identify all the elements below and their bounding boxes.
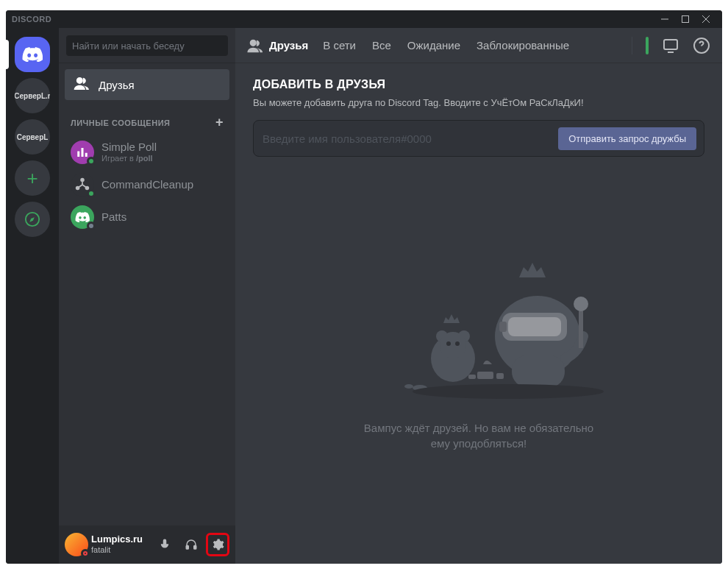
server-item-1[interactable]: СерверL.r: [15, 78, 50, 113]
friends-nav-item[interactable]: Друзья: [65, 69, 229, 100]
svg-rect-16: [508, 317, 561, 336]
friends-icon: [247, 38, 263, 54]
quick-switcher[interactable]: Найти или начать беседу: [66, 35, 228, 56]
discord-logo-icon: [75, 212, 90, 222]
svg-rect-4: [82, 148, 84, 157]
svg-rect-11: [664, 40, 677, 49]
brand-label: DISCORD: [12, 15, 51, 24]
tab-online[interactable]: В сети: [321, 38, 357, 53]
add-friend-input-row: Отправить запрос дружбы: [253, 120, 704, 157]
add-friend-subtitle: Вы можете добавить друга по Discord Tag.…: [253, 97, 704, 108]
svg-point-23: [440, 332, 466, 358]
svg-rect-0: [661, 19, 668, 20]
tab-blocked[interactable]: Заблокированные: [475, 38, 571, 53]
main-area: Друзья В сети Все Ожидание Заблокированн…: [235, 28, 722, 564]
guilds-bar: СерверL.r СерверL +: [6, 28, 59, 564]
header-title: Друзья: [247, 38, 308, 54]
add-friend-title: ДОБАВИТЬ В ДРУЗЬЯ: [253, 78, 704, 91]
svg-rect-5: [85, 153, 88, 157]
gear-icon: [211, 538, 224, 551]
new-group-dm-button[interactable]: [662, 37, 679, 54]
svg-rect-18: [579, 307, 583, 348]
user-name: Lumpics.ru: [91, 534, 150, 545]
mic-icon: [158, 538, 171, 551]
status-dnd-icon: [81, 549, 90, 558]
help-button[interactable]: [693, 37, 710, 54]
svg-point-31: [413, 384, 604, 399]
svg-rect-3: [77, 152, 79, 157]
svg-point-30: [404, 384, 413, 389]
dm-item[interactable]: Simple Poll Играет в /poll: [65, 136, 229, 169]
avatar: [71, 205, 94, 229]
green-indicator: [646, 37, 649, 54]
empty-state: Вампус ждёт друзей. Но вам не обязательн…: [253, 157, 704, 549]
svg-point-19: [574, 297, 588, 311]
empty-state-text: Вампус ждёт друзей. Но вам не обязательн…: [354, 420, 604, 451]
tab-all[interactable]: Все: [371, 38, 393, 53]
discord-logo-icon: [22, 47, 43, 62]
create-dm-button[interactable]: +: [215, 115, 224, 130]
svg-point-6: [80, 178, 85, 183]
send-friend-request-button[interactable]: Отправить запрос дружбы: [558, 127, 696, 150]
user-panel: Lumpics.ru fatalit: [59, 525, 235, 564]
svg-rect-14: [512, 355, 565, 388]
avatar: [71, 141, 94, 164]
friends-icon: [74, 77, 90, 93]
server-item-2[interactable]: СерверL: [15, 119, 50, 155]
discover-button[interactable]: [15, 202, 50, 237]
minimize-button[interactable]: [654, 11, 675, 27]
settings-button[interactable]: [206, 533, 229, 556]
app-window: DISCORD СерверL.r СерверL + Найти или на…: [6, 10, 722, 564]
svg-rect-10: [194, 546, 196, 550]
wumpus-illustration: [339, 255, 618, 403]
help-icon: [693, 37, 710, 54]
home-button[interactable]: [15, 37, 50, 72]
dm-item[interactable]: Patts: [65, 201, 229, 233]
svg-point-24: [446, 341, 451, 346]
maximize-button[interactable]: [675, 11, 696, 27]
close-button[interactable]: [696, 11, 716, 27]
dm-section-header: ЛИЧНЫЕ СООБЩЕНИЯ +: [65, 110, 229, 136]
monitor-icon: [662, 37, 679, 54]
deafen-button[interactable]: [179, 533, 203, 556]
dm-item[interactable]: CommandCleanup: [65, 169, 229, 201]
main-header: Друзья В сети Все Ожидание Заблокированн…: [235, 28, 722, 63]
titlebar: DISCORD: [6, 10, 722, 28]
add-server-button[interactable]: +: [15, 160, 50, 196]
poll-icon: [76, 146, 89, 159]
user-avatar[interactable]: [65, 533, 88, 556]
tab-pending[interactable]: Ожидание: [406, 38, 462, 53]
svg-rect-27: [496, 373, 504, 379]
channels-panel: Найти или начать беседу Друзья ЛИЧНЫЕ СО…: [59, 28, 235, 564]
headphones-icon: [185, 538, 198, 551]
svg-rect-1: [682, 16, 689, 23]
svg-rect-28: [468, 375, 476, 379]
add-friend-input[interactable]: [263, 132, 558, 145]
svg-rect-26: [477, 372, 493, 379]
svg-rect-17: [499, 322, 507, 332]
compass-icon: [24, 211, 40, 227]
svg-point-25: [455, 341, 460, 346]
user-status: fatalit: [91, 545, 150, 555]
svg-rect-9: [186, 546, 188, 550]
mute-mic-button[interactable]: [153, 533, 176, 556]
avatar: [71, 173, 94, 196]
